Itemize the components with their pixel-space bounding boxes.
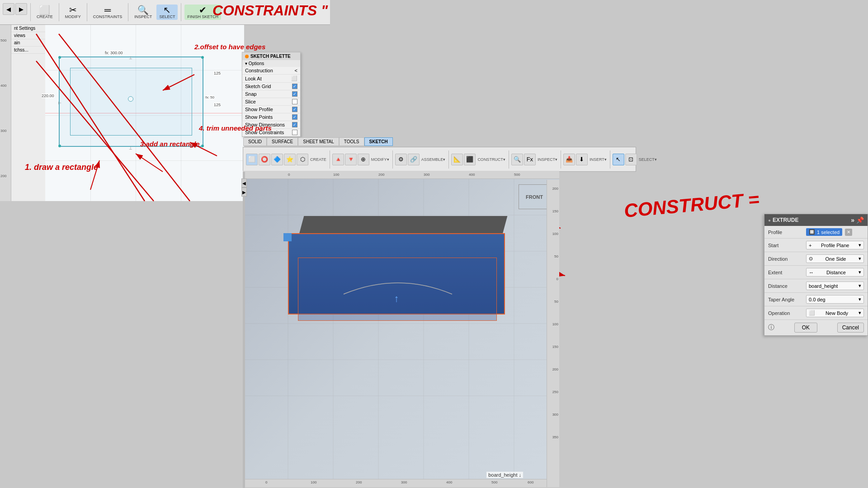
toolbar-tabs: SOLID SURFACE SHEET METAL TOOLS SKETCH [243, 137, 393, 146]
palette-grid-check[interactable]: ✓ [292, 84, 297, 89]
extrude-value-start[interactable]: + Profile Plane ▾ [806, 241, 864, 249]
palette-row-snap[interactable]: Snap ✓ [242, 90, 300, 98]
r-50: 50 [554, 254, 558, 258]
3d-select-icon-2[interactable]: ⊡ [625, 154, 637, 165]
palette-row-showprofile[interactable]: Show Profile ✓ [242, 106, 300, 113]
extrude-value-profile[interactable]: 🔲 1 selected [806, 228, 842, 236]
viewport-3d[interactable]: 0 100 200 300 400 500 [243, 171, 559, 487]
annotation-step3: 3.add an rectangle [140, 140, 200, 148]
3d-modify-icon-2[interactable]: 🔻 [345, 154, 357, 165]
3d-construct-icon-1[interactable]: 📐 [451, 154, 463, 165]
palette-dot [245, 55, 249, 58]
b-400: 400 [446, 480, 452, 484]
direction-text: One Side [826, 256, 846, 262]
palette-showpoints-check[interactable]: ✓ [292, 114, 297, 120]
palette-showdims-check[interactable]: ✓ [292, 122, 297, 127]
palette-construction-icon: < [295, 68, 297, 73]
handle-tl [58, 56, 61, 59]
palette-row-lookat[interactable]: Look At ⬜ [242, 75, 300, 83]
handle-tr [201, 56, 204, 59]
palette-showprofile-check[interactable]: ✓ [292, 107, 297, 112]
modify-group[interactable]: ✂ MODIFY [62, 5, 84, 20]
3d-insert-icon-1[interactable]: 📥 [563, 154, 575, 165]
r-50b: 50 [554, 300, 558, 304]
select-label: SELECT [159, 14, 175, 19]
3d-inspect-icon-1[interactable]: 🔍 [511, 154, 523, 165]
constraint-icon-2: ⊥ [129, 146, 132, 150]
panel-collapse-btn[interactable]: ◀ [241, 178, 247, 188]
r-200: 200 [552, 187, 558, 191]
extrude-label-start: Start [768, 243, 803, 248]
annotation-step4: 4. trim unneeded parts [199, 124, 272, 132]
3d-assemble-icon-2[interactable]: 🔗 [408, 154, 420, 165]
extrude-row-direction: Direction ⊙ One Side ▾ [764, 252, 868, 266]
3d-board-shape: ↑ [288, 216, 505, 320]
3d-modify-icon-3[interactable]: ⊕ [358, 154, 369, 165]
palette-snap-check[interactable]: ✓ [292, 91, 297, 97]
extrude-value-distance[interactable]: board_height ▾ [806, 282, 864, 290]
annotation-step2: 2.offset to have edges [194, 43, 265, 51]
extrude-ok-btn[interactable]: OK [794, 323, 817, 333]
palette-row-slice[interactable]: Slice [242, 98, 300, 106]
ruler-num-300: 300 [0, 129, 6, 133]
palette-title: SKETCH PALETTE [250, 54, 291, 59]
viewcube[interactable]: FRONT [519, 184, 550, 209]
3d-create-icon-5[interactable]: ⬡ [297, 154, 308, 165]
inspect-group[interactable]: 🔍 INSPECT [132, 5, 155, 20]
palette-row-showpoints[interactable]: Show Points ✓ [242, 113, 300, 121]
profile-clear-btn[interactable]: ✕ [845, 229, 852, 236]
r-200b: 200 [552, 367, 558, 371]
extrude-info-icon[interactable]: ⓘ [768, 324, 774, 332]
extrude-row-start: Start + Profile Plane ▾ [764, 239, 868, 252]
palette-grid-label: Sketch Grid [245, 84, 271, 89]
tab-tools[interactable]: TOOLS [339, 137, 364, 146]
3d-create-icon-4[interactable]: ⭐ [284, 154, 296, 165]
dim-right-2: 125 [214, 103, 221, 107]
ruler-num-200: 200 [0, 174, 6, 178]
panel-divider[interactable] [243, 172, 245, 488]
panel-expand-btn[interactable]: ▶ [241, 188, 247, 197]
3d-select-icon-1[interactable]: ↖ [613, 154, 624, 165]
tab-sheet-metal[interactable]: SHEET METAL [298, 137, 339, 146]
palette-row-grid[interactable]: Sketch Grid ✓ [242, 83, 300, 90]
extrude-expand-icon[interactable]: » [851, 216, 854, 224]
select-group[interactable]: ↖ SELECT [156, 5, 178, 20]
extrude-value-direction[interactable]: ⊙ One Side ▾ [806, 254, 864, 263]
extent-text: Distance [826, 270, 846, 275]
forward-icon[interactable]: ▶ [15, 3, 27, 15]
3d-inspect-icon-2[interactable]: Fx [524, 154, 536, 165]
constraints-group[interactable]: ═ CONSTRAINTS [90, 5, 125, 20]
viewport-ruler-top: 0 100 200 300 400 500 [243, 171, 559, 179]
viewport-ruler-bottom: 0 100 200 300 400 500 600 [243, 479, 547, 487]
tab-sketch[interactable]: SKETCH [364, 137, 393, 146]
tab-surface[interactable]: SURFACE [267, 137, 298, 146]
extrude-label-extent: Extent [768, 270, 803, 275]
palette-showconstraints-check[interactable] [292, 130, 297, 135]
3d-insert-icon-2[interactable]: ⬇ [576, 154, 588, 165]
tab-solid[interactable]: SOLID [243, 137, 267, 146]
palette-options-section[interactable]: ▾ Options [242, 60, 300, 67]
back-icon[interactable]: ◀ [3, 3, 14, 15]
3d-create-icon-2[interactable]: ⭕ [259, 154, 270, 165]
3d-construct-icon-2[interactable]: ⬛ [464, 154, 476, 165]
palette-row-construction[interactable]: Construction < [242, 67, 300, 75]
extrude-value-operation[interactable]: ⬜ New Body ▾ [806, 309, 864, 317]
3d-modify-icon-1[interactable]: 🔺 [332, 154, 344, 165]
extrude-pin-icon[interactable]: 📌 [856, 216, 864, 224]
extrude-value-taper[interactable]: 0.0 deg ▾ [806, 295, 864, 304]
palette-slice-label: Slice [245, 99, 256, 104]
extrude-panel: ● EXTRUDE » 📌 Profile 🔲 1 selected ✕ Sta… [764, 214, 868, 336]
3d-create-icon-3[interactable]: 🔷 [271, 154, 283, 165]
palette-slice-check[interactable] [292, 99, 297, 104]
3d-create-icon-1[interactable]: ⬜ [246, 154, 258, 165]
profile-selected-text: 1 selected [817, 230, 840, 235]
constraint-icon-3: ⊥ [57, 101, 62, 105]
extrude-value-extent[interactable]: ↔ Distance ▾ [806, 268, 864, 277]
extrude-cancel-btn[interactable]: Cancel [837, 323, 864, 333]
r-350: 350 [552, 435, 558, 439]
create-group[interactable]: ⬜ CREATE [34, 5, 56, 20]
b-500: 500 [491, 480, 497, 484]
arc-svg [298, 258, 496, 320]
start-icon: + [809, 243, 811, 248]
3d-assemble-icon-1[interactable]: ⚙ [395, 154, 407, 165]
